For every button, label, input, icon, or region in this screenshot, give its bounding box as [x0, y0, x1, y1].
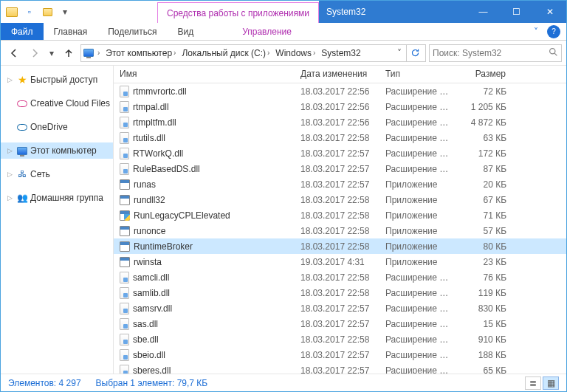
dll-icon [120, 132, 129, 144]
dll-icon [120, 349, 129, 361]
app-shield-icon [120, 210, 130, 221]
file-row[interactable]: sbe.dll18.03.2017 22:58Расширение при...… [114, 331, 566, 347]
file-row[interactable]: rundll3218.03.2017 22:58Приложение67 КБ [114, 192, 566, 207]
maximize-button[interactable]: ☐ [500, 1, 533, 23]
search-box[interactable] [429, 44, 562, 62]
nav-forward-button[interactable] [26, 44, 44, 62]
col-date[interactable]: Дата изменения [295, 66, 379, 83]
file-row[interactable]: RunLegacyCPLElevated18.03.2017 22:58Прил… [114, 207, 566, 223]
file-size: 72 КБ [457, 86, 512, 97]
dll-icon [120, 272, 129, 283]
file-date: 18.03.2017 22:58 [295, 334, 379, 345]
file-row[interactable]: runonce18.03.2017 22:58Приложение57 КБ [114, 223, 566, 238]
ribbon-tabs: Файл Главная Поделиться Вид Управление ˅… [1, 23, 566, 41]
file-type: Расширение при... [379, 102, 457, 112]
refresh-button[interactable] [406, 45, 424, 61]
col-name[interactable]: Имя [114, 66, 295, 83]
file-type: Приложение [379, 179, 457, 190]
app-icon [120, 257, 130, 267]
app-icon[interactable] [4, 4, 20, 20]
svg-point-0 [550, 48, 555, 53]
file-row[interactable]: samsrv.dll18.03.2017 22:57Расширение при… [114, 300, 566, 316]
file-row[interactable]: rtmmvrortc.dll18.03.2017 22:56Расширение… [114, 83, 566, 99]
search-icon[interactable] [549, 47, 558, 59]
file-row[interactable]: rtutils.dll18.03.2017 22:58Расширение пр… [114, 130, 566, 145]
file-row[interactable]: samlib.dll18.03.2017 22:58Расширение при… [114, 285, 566, 300]
file-row[interactable]: rtmpltfm.dll18.03.2017 22:56Расширение п… [114, 114, 566, 130]
nav-onedrive[interactable]: OneDrive [1, 119, 113, 135]
file-row[interactable]: rtmpal.dll18.03.2017 22:56Расширение при… [114, 99, 566, 114]
minimize-button[interactable]: — [467, 1, 500, 23]
file-size: 188 КБ [457, 350, 512, 360]
qat-properties-icon[interactable]: ▫ [21, 4, 38, 20]
view-details-button[interactable]: ≣ [525, 376, 541, 390]
nav-quick-access[interactable]: ▷ ★ Быстрый доступ [1, 72, 113, 88]
ribbon-tab-file[interactable]: Файл [1, 23, 44, 40]
nav-this-pc[interactable]: ▷ Этот компьютер [1, 142, 113, 159]
file-row[interactable]: sbeio.dll18.03.2017 22:57Расширение при.… [114, 347, 566, 362]
expand-icon[interactable]: ▷ [5, 147, 14, 154]
file-type: Приложение [379, 226, 457, 236]
file-name: rtmmvrortc.dll [133, 86, 187, 97]
address-bar-row: ▾ › Этот компьютер› Локальный диск (C:)›… [1, 41, 566, 66]
breadcrumb-root-chevron[interactable]: › [94, 49, 103, 57]
file-date: 18.03.2017 22:56 [295, 86, 379, 97]
file-row[interactable]: RuleBasedDS.dll18.03.2017 22:57Расширени… [114, 161, 566, 176]
breadcrumb-seg-1[interactable]: Локальный диск (C:)› [179, 48, 272, 58]
nav-creative-cloud[interactable]: Creative Cloud Files [1, 95, 113, 111]
title-bar: ▫ ▾ Средства работы с приложениями Syste… [1, 1, 566, 23]
file-row[interactable]: samcli.dll18.03.2017 22:58Расширение при… [114, 269, 566, 285]
file-date: 18.03.2017 22:57 [295, 350, 379, 360]
file-date: 18.03.2017 22:58 [295, 226, 379, 236]
file-name: RunLegacyCPLElevated [134, 210, 230, 221]
file-row[interactable]: runas18.03.2017 22:57Приложение20 КБ [114, 176, 566, 192]
network-icon: 🖧 [16, 168, 28, 180]
ribbon-tab-manage[interactable]: Управление [232, 23, 302, 40]
nav-recent-dropdown[interactable]: ▾ [47, 44, 57, 62]
ribbon-tab-home[interactable]: Главная [44, 23, 98, 40]
ribbon-expand-icon[interactable]: ˅ [529, 25, 543, 38]
file-name: RuleBasedDS.dll [133, 164, 200, 174]
close-button[interactable]: ✕ [533, 1, 566, 23]
file-size: 57 КБ [457, 226, 512, 236]
column-headers: Имя Дата изменения Тип Размер [114, 66, 566, 83]
breadcrumb-seg-0[interactable]: Этот компьютер› [103, 48, 179, 58]
ribbon-tab-share[interactable]: Поделиться [97, 23, 167, 40]
file-row[interactable]: sberes.dll18.03.2017 22:57Расширение при… [114, 362, 566, 374]
address-history-dropdown[interactable]: ˅ [393, 48, 406, 58]
file-row[interactable]: RuntimeBroker18.03.2017 22:58Приложение8… [114, 238, 566, 254]
file-size: 67 КБ [457, 195, 512, 205]
cloud-icon [16, 97, 28, 109]
dll-icon [120, 303, 129, 314]
view-icons-button[interactable]: ▦ [543, 376, 559, 390]
nav-homegroup[interactable]: ▷ 👥 Домашняя группа [1, 190, 113, 206]
qat-customize-icon[interactable]: ▾ [57, 4, 73, 20]
file-date: 18.03.2017 22:57 [295, 179, 379, 190]
search-input[interactable] [433, 48, 549, 58]
expand-icon[interactable]: ▷ [5, 76, 14, 83]
qat-new-folder-icon[interactable] [39, 4, 55, 20]
nav-network[interactable]: ▷ 🖧 Сеть [1, 166, 113, 182]
col-type[interactable]: Тип [379, 66, 457, 83]
nav-back-button[interactable] [5, 44, 23, 62]
file-size: 172 КБ [457, 148, 512, 159]
pc-icon [16, 145, 28, 157]
ribbon-tab-view[interactable]: Вид [167, 23, 204, 40]
dll-icon [120, 318, 129, 330]
breadcrumb-seg-2[interactable]: Windows› [272, 48, 318, 58]
file-row[interactable]: rwinsta19.03.2017 4:31Приложение23 КБ [114, 254, 566, 269]
breadcrumb-seg-3[interactable]: System32 [318, 48, 363, 58]
pc-icon [83, 47, 94, 59]
file-row[interactable]: RTWorkQ.dll18.03.2017 22:57Расширение пр… [114, 145, 566, 161]
file-row[interactable]: sas.dll18.03.2017 22:57Расширение при...… [114, 316, 566, 331]
app-icon [120, 241, 130, 252]
file-type: Расширение при... [379, 133, 457, 143]
nav-up-button[interactable] [60, 44, 78, 62]
expand-icon[interactable]: ▷ [5, 171, 14, 178]
expand-icon[interactable]: ▷ [5, 194, 14, 202]
dll-icon [120, 101, 129, 113]
address-bar[interactable]: › Этот компьютер› Локальный диск (C:)› W… [80, 44, 426, 62]
dll-icon [120, 148, 129, 159]
help-icon[interactable]: ? [547, 25, 560, 38]
col-size[interactable]: Размер [457, 66, 512, 83]
